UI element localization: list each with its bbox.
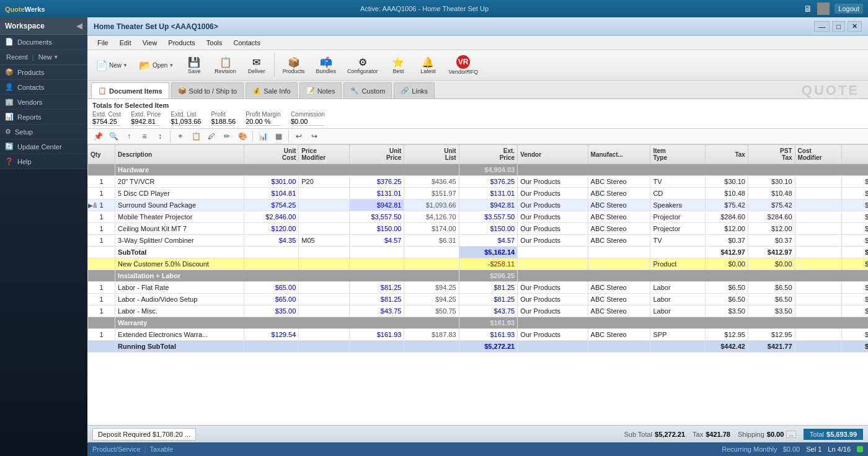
sort-btn[interactable]: ↕ bbox=[153, 130, 167, 142]
col-qty: Qty bbox=[88, 145, 115, 164]
table-row[interactable]: Hardware $4,904.03 bbox=[88, 164, 869, 176]
open-tool-btn[interactable]: 📂 Open ▼ bbox=[135, 57, 178, 74]
bundles-tool-label: Bundles bbox=[316, 68, 336, 74]
sidebar-item-help[interactable]: ❓ Help bbox=[0, 154, 87, 169]
align-btn[interactable]: ≡ bbox=[138, 130, 151, 142]
pin-btn[interactable]: 📌 bbox=[91, 130, 105, 142]
products-tool-btn[interactable]: 📦 Products bbox=[278, 54, 309, 77]
filter-btn[interactable]: ▦ bbox=[272, 130, 285, 142]
arrow-up-btn[interactable]: ↑ bbox=[122, 130, 136, 142]
section-ext-price: $4,904.03 bbox=[459, 164, 518, 176]
group-btn[interactable]: 📊 bbox=[256, 130, 270, 142]
notification-icon[interactable]: 🖥 bbox=[804, 4, 812, 14]
cell-unit-cost: $301.00 bbox=[244, 176, 299, 188]
col-item-type: ItemType bbox=[650, 145, 705, 164]
table-row[interactable]: 1 Labor - Audio/Video Setup $65.00 $81.2… bbox=[88, 294, 869, 305]
logout-button[interactable]: Logout bbox=[835, 4, 863, 14]
tab-document-items[interactable]: 📋 Document Items bbox=[91, 82, 169, 99]
notes-icon: 📝 bbox=[306, 87, 315, 95]
undo-btn[interactable]: ↩ bbox=[292, 130, 306, 142]
menu-contacts[interactable]: Contacts bbox=[228, 37, 265, 48]
sidebar-item-setup[interactable]: ⚙ Setup bbox=[0, 125, 87, 139]
redo-btn[interactable]: ↪ bbox=[308, 130, 321, 142]
menu-tools[interactable]: Tools bbox=[202, 37, 228, 48]
avatar[interactable] bbox=[817, 2, 830, 15]
deposit-info[interactable]: Deposit Required $1,708.20 ... bbox=[92, 428, 196, 441]
col-vendor: Vendor bbox=[518, 145, 588, 164]
sidebar-collapse-btn[interactable]: ◀ bbox=[76, 21, 82, 30]
table-row[interactable]: SubTotal $5,162.14 $412.97 $412.97 $0.00 bbox=[88, 247, 869, 258]
sidebar-item-vendors[interactable]: 🏢 Vendors bbox=[0, 95, 87, 110]
row-marker: ▶& bbox=[88, 202, 97, 209]
help-icon: ❓ bbox=[5, 157, 14, 165]
table-row[interactable]: 1 Labor - Misc. $35.00 $43.75 $50.75 $43… bbox=[88, 305, 869, 317]
recent-btn[interactable]: Recent bbox=[4, 52, 30, 62]
table-row[interactable]: 1 Labor - Flat Rate $65.00 $81.25 $94.25… bbox=[88, 282, 869, 294]
menubar: File Edit View Products Tools Contacts bbox=[87, 36, 868, 50]
menu-products[interactable]: Products bbox=[163, 37, 200, 48]
format-btn[interactable]: 🖊 bbox=[205, 130, 218, 142]
sidebar-item-documents[interactable]: 📄 Documents bbox=[0, 35, 87, 50]
sidebar-item-update-center[interactable]: 🔄 Update Center bbox=[0, 139, 87, 154]
workspace-label: Workspace bbox=[5, 22, 45, 30]
doc-minimize-btn[interactable]: — bbox=[814, 21, 830, 32]
table-row[interactable]: 1 5 Disc CD Player $104.81 $131.01 $151.… bbox=[88, 188, 869, 200]
col-unit-cost: UnitCost bbox=[244, 145, 299, 164]
vendorrfq-tool-btn[interactable]: VR VendorRFQ bbox=[444, 53, 482, 77]
latest-tool-btn[interactable]: 🔔 Latest bbox=[414, 54, 441, 77]
new-tool-btn[interactable]: 📄 New ▼ bbox=[91, 57, 132, 74]
edit-btn[interactable]: ✏ bbox=[220, 130, 234, 142]
doc-close-btn[interactable]: ✕ bbox=[848, 21, 862, 32]
sidebar-item-products[interactable]: 📦 Products bbox=[0, 65, 87, 80]
toolbar2: 📌 🔍 ↑ ≡ ↕ + 📋 🖊 ✏ 🎨 📊 ▦ ↩ ↪ bbox=[87, 129, 868, 144]
contacts-icon: 👤 bbox=[5, 83, 14, 91]
table-row[interactable]: New Customer 5.0% Discount -$258.11 Prod… bbox=[88, 258, 869, 270]
tab-links[interactable]: 🔗 Links bbox=[394, 82, 435, 99]
tab-sold-ship[interactable]: 📦 Sold to / Ship to bbox=[171, 82, 244, 99]
configurator-tool-btn[interactable]: ⚙ Configurator bbox=[343, 54, 383, 77]
shipping-edit-btn[interactable]: ... bbox=[786, 431, 796, 438]
save-tool-btn[interactable]: 💾 Save bbox=[180, 54, 208, 77]
table-row[interactable]: Warranty $161.93 bbox=[88, 317, 869, 329]
product-service-link[interactable]: Product/Service bbox=[92, 445, 141, 453]
table-row[interactable]: 1 Extended Electronics Warra... $129.54 … bbox=[88, 329, 869, 341]
bottom-separator: | bbox=[144, 445, 146, 453]
col-price-mod: PriceModifier bbox=[299, 145, 350, 164]
search-btn[interactable]: 🔍 bbox=[107, 130, 120, 142]
insert-btn[interactable]: + bbox=[174, 130, 187, 142]
update-center-icon: 🔄 bbox=[5, 142, 14, 151]
shipping-summary: Shipping $0.00 ... bbox=[738, 431, 796, 438]
tab-custom[interactable]: 🔧 Custom bbox=[343, 82, 392, 99]
new-btn[interactable]: New ▼ bbox=[36, 52, 61, 62]
menu-view[interactable]: View bbox=[138, 37, 162, 48]
menu-edit[interactable]: Edit bbox=[115, 37, 136, 48]
cell-qty: 1 bbox=[88, 176, 115, 188]
bundles-tool-btn[interactable]: 📫 Bundles bbox=[311, 54, 340, 77]
table-row[interactable]: 1 3-Way Splitter/ Combiner $4.35 M05 $4.… bbox=[88, 235, 869, 247]
best-tool-btn[interactable]: ⭐ Best bbox=[384, 54, 412, 77]
table-row[interactable]: 1 20" TV/VCR $301.00 P20 $376.25 $436.45… bbox=[88, 176, 869, 188]
tab-sale-info[interactable]: 💰 Sale Info bbox=[246, 82, 297, 99]
taxable-link[interactable]: Taxable bbox=[150, 445, 174, 453]
subtotal-summary: Sub Total $5,272.21 bbox=[624, 431, 685, 438]
totals-title: Totals for Selected Item bbox=[92, 102, 863, 109]
table-container[interactable]: Qty Description UnitCost PriceModifier U… bbox=[87, 144, 868, 425]
products-icon: 📦 bbox=[5, 68, 14, 76]
copy-btn[interactable]: 📋 bbox=[189, 130, 203, 142]
workspace-header: Workspace ◀ bbox=[0, 17, 87, 35]
revision-tool-btn[interactable]: 📋 Revision bbox=[210, 54, 241, 77]
sidebar-item-contacts[interactable]: 👤 Contacts bbox=[0, 80, 87, 95]
color-btn[interactable]: 🎨 bbox=[236, 130, 249, 142]
tab-notes[interactable]: 📝 Notes bbox=[299, 82, 342, 99]
total-extd-price: Extd. Price $942.81 bbox=[131, 111, 161, 126]
table-row[interactable]: 1 Mobile Theater Projector $2,846.00 $3,… bbox=[88, 211, 869, 223]
table-row[interactable]: ▶& 1 Surround Sound Package $754.25 $942… bbox=[88, 200, 869, 211]
deliver-tool-btn[interactable]: ✉ Deliver bbox=[243, 54, 270, 77]
extd-price-label: Extd. Price bbox=[131, 111, 161, 118]
table-row[interactable]: Running SubTotal $5,272.21 $442.42 $421.… bbox=[88, 341, 869, 353]
menu-file[interactable]: File bbox=[92, 37, 113, 48]
table-row[interactable]: 1 Ceiling Mount Kit MT 7 $120.00 $150.00… bbox=[88, 223, 869, 235]
sidebar-item-reports[interactable]: 📊 Reports bbox=[0, 110, 87, 125]
doc-restore-btn[interactable]: □ bbox=[832, 21, 845, 32]
table-row[interactable]: Installation + Labor $206.25 bbox=[88, 270, 869, 282]
